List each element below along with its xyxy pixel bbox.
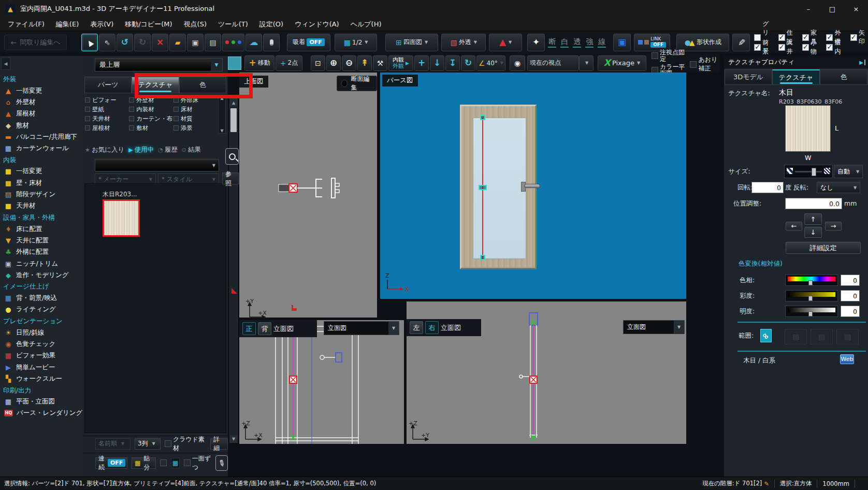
layer-checkbox-矢印[interactable]: 矢印 bbox=[850, 28, 868, 46]
fit-view-button[interactable]: ⊡ bbox=[311, 55, 325, 71]
line-toggle-透[interactable]: 透 bbox=[573, 37, 581, 48]
marquee-select-button[interactable]: ▣ bbox=[613, 34, 631, 51]
back-to-floorplan-button[interactable]: ← 間取り編集へ bbox=[4, 35, 67, 50]
sidebar-item[interactable]: ■一括変更 bbox=[0, 166, 83, 177]
viewport-top-view[interactable]: +Y +X 上面図 断面編集 bbox=[239, 73, 377, 318]
category-checkbox-ビフォー[interactable]: ビフォー bbox=[85, 95, 129, 105]
color-swatch[interactable] bbox=[228, 56, 241, 70]
category-checkbox-カーテン・布[interactable]: カーテン・布 bbox=[129, 114, 173, 123]
category-scrollbar[interactable]: ▲ ▼ bbox=[218, 95, 226, 134]
nudge-up-button[interactable]: ↑ bbox=[804, 213, 822, 225]
sidebar-item[interactable]: ▤階段デザイン bbox=[0, 189, 83, 200]
sidebar-item[interactable]: ▚ウォークスルー bbox=[0, 373, 83, 384]
web-badge[interactable]: Web bbox=[840, 354, 854, 364]
menu-item[interactable]: ファイル(F) bbox=[2, 18, 50, 31]
left-view-button[interactable]: 左 bbox=[410, 321, 423, 334]
hue-input[interactable]: 0 bbox=[841, 275, 860, 286]
tab-色[interactable]: 色 bbox=[179, 77, 226, 93]
menu-item[interactable]: 視点(S) bbox=[178, 18, 212, 31]
minimize-button[interactable]: – bbox=[797, 0, 820, 18]
select-cursor-button[interactable]: ▲ bbox=[81, 34, 98, 51]
layer-dropdown[interactable]: 最上層 ▼ bbox=[95, 58, 223, 71]
nudge-down-button[interactable]: ↓ bbox=[804, 227, 822, 238]
props-tab-テクスチャ[interactable]: テクスチャ bbox=[772, 69, 820, 85]
redo-button[interactable]: ↻ bbox=[134, 34, 151, 51]
sidebar-item[interactable]: ■天井材 bbox=[0, 200, 83, 212]
position-input[interactable]: 0.0 bbox=[785, 198, 842, 209]
sidebar-item[interactable]: ▦カーテンウォール bbox=[0, 142, 83, 154]
back-view-button[interactable]: 背 bbox=[258, 322, 271, 335]
elevation-dropdown[interactable]: 立面図▼ bbox=[623, 320, 685, 334]
one-face-checkbox[interactable]: 一面ずつ bbox=[184, 454, 212, 472]
saturation-slider[interactable] bbox=[785, 290, 838, 301]
filter-tab-履歴[interactable]: ◔履歴 bbox=[158, 146, 178, 154]
category-checkbox-clipped[interactable] bbox=[173, 133, 218, 134]
line-toggle-強[interactable]: 強 bbox=[585, 37, 594, 48]
view-angle-dropdown[interactable]: ∠ 40°▼ bbox=[476, 55, 505, 71]
interior-exterior-toggle[interactable]: 内観外観 ▶ bbox=[388, 55, 413, 71]
menu-item[interactable]: ヘルプ(H) bbox=[345, 18, 387, 31]
see-through-dropdown[interactable]: ▧ 外透▼ bbox=[441, 34, 486, 51]
line-toggle-断[interactable]: 断 bbox=[548, 37, 556, 48]
viewport-side-elevation[interactable]: +Z +Y 左 右 立面図 立面図▼ bbox=[407, 301, 686, 444]
range-option-2-button[interactable]: ▤ bbox=[811, 329, 833, 344]
search-dropdown[interactable]: ▼ bbox=[95, 159, 219, 171]
selection-handle-middle[interactable] bbox=[479, 185, 487, 190]
detail-settings-button[interactable]: 詳細設定 bbox=[786, 242, 861, 254]
right-view-button[interactable]: 右 bbox=[425, 321, 439, 334]
undo-button[interactable]: ↺ bbox=[117, 34, 133, 51]
measure-pen-button[interactable]: ✎ bbox=[732, 34, 750, 51]
sidebar-item[interactable]: ■壁・床材 bbox=[0, 177, 83, 189]
flip-dropdown[interactable]: なし▼ bbox=[817, 182, 860, 193]
brightness-input[interactable]: 0 bbox=[841, 306, 860, 317]
orbit-view-button[interactable]: ↻ bbox=[461, 55, 475, 71]
layer-checkbox-小物[interactable]: 小物 bbox=[802, 38, 820, 56]
viewport-perspective[interactable]: Z X パース図 bbox=[380, 73, 686, 299]
search-button[interactable] bbox=[225, 148, 239, 165]
layer-checkbox-天井[interactable]: 天井 bbox=[778, 38, 796, 56]
pan-view-button[interactable]: + bbox=[414, 55, 429, 71]
sidebar-item[interactable]: ▣ニッチ/トリム bbox=[0, 258, 83, 269]
sidebar-item[interactable]: ⌂外壁材 bbox=[0, 96, 83, 108]
selection-handle-bottom[interactable] bbox=[480, 255, 485, 260]
roof-display-dropdown[interactable]: ▲ ▼ bbox=[489, 34, 522, 51]
door-3d-model[interactable] bbox=[460, 105, 537, 269]
sidebar-item[interactable]: ☀日照/斜線 bbox=[0, 327, 83, 338]
sidebar-item[interactable]: ▶簡単ムービー bbox=[0, 362, 83, 373]
split-paste-button[interactable]: ▦ 貼分 bbox=[132, 457, 156, 469]
zoom-out-button[interactable]: ⊖ bbox=[342, 55, 356, 71]
selection-handle-top[interactable] bbox=[480, 115, 485, 120]
sidebar-item[interactable]: ▦ビフォー効果 bbox=[0, 350, 83, 362]
menu-item[interactable]: 編集(E) bbox=[50, 18, 84, 31]
category-checkbox-添景[interactable]: 添景 bbox=[173, 123, 218, 133]
sidebar-item[interactable]: ◆敷材 bbox=[0, 120, 83, 131]
category-checkbox-床材[interactable]: 床材 bbox=[173, 105, 218, 114]
snap-toggle-button[interactable]: 吸着OFF bbox=[287, 34, 330, 51]
range-link-button[interactable]: ∞ bbox=[760, 329, 772, 342]
category-checkbox-材質[interactable]: 材質 bbox=[173, 114, 218, 123]
print-button[interactable]: ▤ bbox=[205, 34, 221, 51]
four-view-dropdown[interactable]: ⊞ 四面図▼ bbox=[385, 34, 438, 51]
save-button[interactable]: ▣ bbox=[187, 34, 204, 51]
menu-item[interactable]: 表示(V) bbox=[84, 18, 119, 31]
current-view-dropdown[interactable]: 現在の視点 bbox=[527, 55, 579, 71]
move-down-button[interactable]: ↓ bbox=[430, 55, 444, 71]
sidebar-item[interactable]: ▬バルコニー/共用廊下 bbox=[0, 131, 83, 142]
filter-tab-お気に入り[interactable]: ★お気に入り bbox=[85, 146, 124, 154]
detail-button[interactable]: 詳細 bbox=[210, 438, 228, 450]
zoom-in-button[interactable]: ⊕ bbox=[326, 55, 341, 71]
view-tools-button[interactable]: ⚒ bbox=[373, 55, 387, 71]
tab-テクスチャ[interactable]: テクスチャ bbox=[132, 77, 179, 93]
category-checkbox-屋根材[interactable]: 屋根材 bbox=[85, 123, 129, 133]
open-file-button[interactable]: ▰ bbox=[169, 34, 186, 51]
range-option-3-button[interactable]: ▤ bbox=[836, 329, 859, 344]
layer-checkbox-室内[interactable]: 室内 bbox=[826, 38, 844, 56]
magic-wand-button[interactable]: ✦ bbox=[527, 34, 545, 51]
line-toggle-白[interactable]: 白 bbox=[560, 37, 569, 48]
multi-select-button[interactable]: ⇖ bbox=[99, 34, 115, 51]
nudge-right-button[interactable]: → bbox=[825, 222, 842, 230]
grid-paste-checkbox[interactable] bbox=[160, 459, 167, 466]
close-button[interactable]: × bbox=[844, 0, 868, 18]
columns-dropdown[interactable]: 3列▼ bbox=[135, 438, 161, 450]
props-tab-色[interactable]: 色 bbox=[820, 69, 867, 85]
